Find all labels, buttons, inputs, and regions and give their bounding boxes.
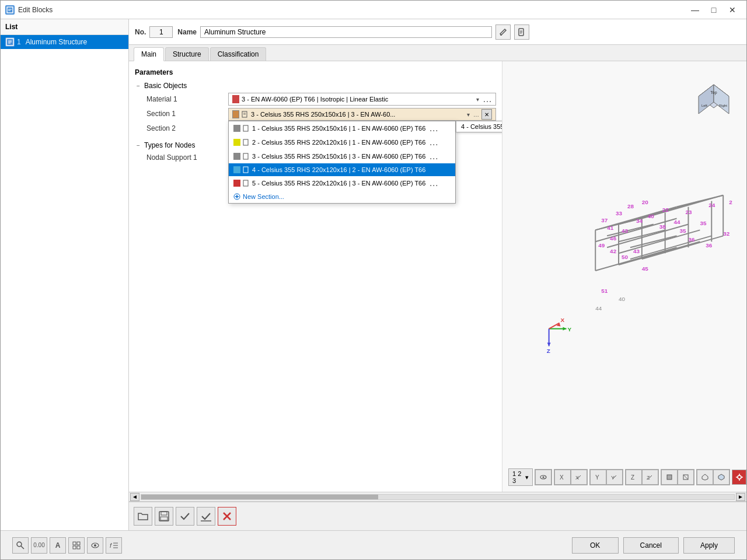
edit-name-button[interactable] [495,24,511,40]
node-46: 46 [610,235,617,242]
view-btn-z[interactable]: Z [626,470,642,485]
no-input[interactable] [149,26,173,38]
material1-value-cell: 3 - EN AW-6060 (EP) T66 | Isotropic | Li… [228,93,496,106]
node-49: 49 [598,242,605,249]
list-header: List [1,19,128,35]
close-button[interactable]: ✕ [723,3,742,17]
check-btn[interactable] [176,507,194,526]
nodal-support1-label: Nodal Support 1 [146,153,228,162]
dropdown-item-3[interactable]: 3 - Celsius 355 RHS 250x150x16 | 3 - EN … [229,149,455,163]
svg-text:f: f [110,542,112,549]
view-btn-3d2[interactable] [713,470,729,485]
svg-rect-15 [243,125,248,131]
svg-line-36 [677,195,724,207]
svg-text:Z: Z [547,348,550,354]
list-item[interactable]: 1 Aluminum Structure [1,35,128,49]
dropdown-item-2[interactable]: 2 - Celsius 355 RHS 220x120x16 | 1 - EN … [229,135,455,149]
material1-dropdown[interactable]: 3 - EN AW-6060 (EP) T66 | Isotropic | Li… [228,93,496,106]
status-value-btn[interactable]: 0.00 [31,537,47,554]
basic-objects-section: − Basic Objects Material 1 3 - EN AW-606… [129,80,502,135]
node-34: 34 [636,218,643,224]
window-title: Edit Blocks [18,6,682,14]
node-33: 33 [616,211,623,217]
dropdown-item-5[interactable]: 5 - Celsius 355 RHS 220x120x16 | 3 - EN … [229,176,455,190]
book-button[interactable] [514,24,529,40]
scroll-track[interactable] [141,494,735,500]
cancel-button[interactable]: Cancel [623,537,679,554]
section1-row-inner: Section 1 3 - Celsius 355 RHS 250x150x16… [146,108,496,121]
folder-open-btn[interactable] [134,507,152,526]
status-text-btn[interactable]: A [50,537,66,554]
item3-swatch [233,153,240,160]
view-btn-render2[interactable] [678,470,694,485]
apply-button[interactable]: Apply [683,537,735,554]
title-controls: — □ ✕ [686,3,742,17]
view-btn-y[interactable]: Y [590,470,606,485]
scroll-thumb[interactable] [141,495,378,499]
view-btn-x[interactable]: X [554,470,571,485]
ok-button[interactable]: OK [572,537,619,554]
edit-blocks-window: Edit Blocks — □ ✕ List 1 Aluminum Struct… [0,0,747,560]
minimize-button[interactable]: — [686,3,704,17]
view-btn-y2[interactable]: Y [606,470,623,485]
tab-area: Main Structure Classification Parameters… [129,45,746,501]
maximize-button[interactable]: □ [704,3,723,17]
item1-more[interactable]: … [429,123,438,134]
tab-main[interactable]: Main [134,47,164,61]
svg-rect-19 [243,180,248,186]
view-btn-group6 [696,469,730,485]
section1-text: 3 - Celsius 355 RHS 250x150x16 | 3 - EN … [251,111,465,118]
view-btn-x2[interactable]: X [571,470,587,485]
node-41: 41 [607,225,614,231]
dropdown-item-4[interactable]: 4 - Celsius 355 RHS 220x120x16 | 2 - EN … [229,163,455,176]
view-btn-render[interactable] [661,470,678,485]
status-zoom-btn[interactable] [12,537,29,554]
node-51: 51 [601,288,608,294]
item2-swatch [233,139,240,146]
save-btn[interactable] [155,507,173,526]
item2-more[interactable]: … [429,137,438,148]
name-input[interactable] [200,26,492,38]
scroll-right-btn[interactable]: ► [736,493,745,501]
status-eye-btn[interactable] [87,537,103,554]
status-grid-btn[interactable] [68,537,85,554]
material1-row: Material 1 3 - EN AW-6060 (EP) T66 | Iso… [129,92,502,107]
item3-more[interactable]: … [429,151,438,162]
svg-marker-74 [702,474,708,480]
view-btn-eye[interactable] [535,470,551,485]
svg-text:X: X [561,317,565,323]
material1-label: Material 1 [146,95,228,103]
delete-btn[interactable] [218,507,236,526]
horizontal-scrollbar[interactable]: ◄ ► [129,492,746,501]
item4-text: 4 - Celsius 355 RHS 220x120x16 | 2 - EN … [252,166,425,173]
member-44: 44 [595,305,602,312]
section2-label: Section 2 [146,124,228,132]
svg-rect-92 [77,546,80,549]
view-btn-settings[interactable] [732,470,746,485]
scale-display[interactable]: 1 2 3 ▾ [508,468,533,486]
view-btn-z2[interactable]: Z [642,470,658,485]
structure-beams [595,195,723,271]
material1-more[interactable]: … [483,94,492,104]
node-22: 22 [662,206,669,213]
section1-dropdown[interactable]: 3 - Celsius 355 RHS 250x150x16 | 3 - EN … [228,108,496,121]
view-btn-3d[interactable] [697,470,713,485]
tab-structure[interactable]: Structure [165,47,209,61]
new-section-item[interactable]: New Section... [229,190,455,203]
svg-text:Z: Z [631,474,634,481]
section1-edit-btn[interactable]: ✕ [481,109,492,120]
status-formula-btn[interactable]: f [106,537,122,554]
check2-btn[interactable] [197,507,215,526]
node-50: 50 [622,254,629,260]
svg-rect-83 [160,517,167,520]
basic-objects-header[interactable]: − Basic Objects [129,80,502,92]
structure-svg: 20 22 23 24 28 33 37 41 34 40 43 46 [502,61,746,492]
item3-text: 3 - Celsius 355 RHS 250x150x16 | 3 - EN … [252,153,425,160]
dropdown-item-1[interactable]: 1 - Celsius 355 RHS 250x150x16 | 1 - EN … [229,121,455,135]
tab-classification[interactable]: Classification [210,47,267,61]
item5-more[interactable]: … [429,178,438,188]
node-36: 36 [688,236,695,243]
node-36b: 36 [706,242,713,249]
scroll-left-btn[interactable]: ◄ [130,493,139,501]
node-35b: 35 [700,220,707,226]
